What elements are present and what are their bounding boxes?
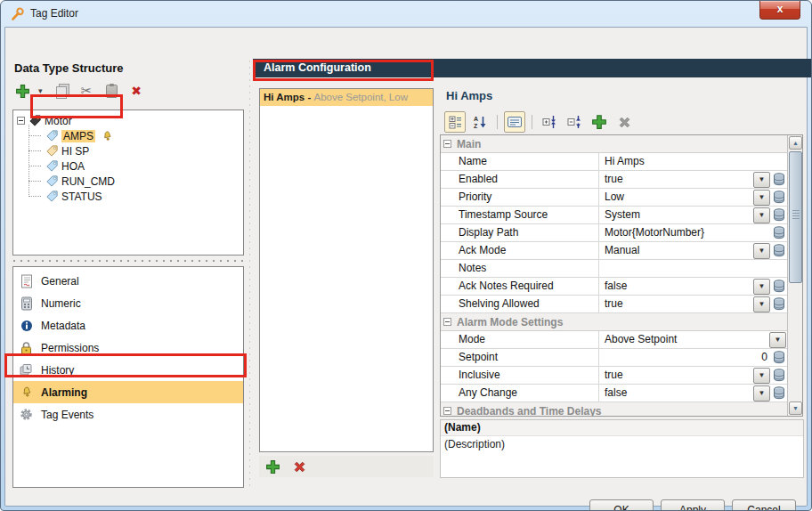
vertical-splitter[interactable] [247, 59, 252, 488]
delete-alarm-button[interactable] [289, 457, 309, 476]
tag-blue-icon [45, 174, 59, 188]
binding-icon[interactable] [771, 243, 787, 259]
cancel-button[interactable]: Cancel [732, 499, 796, 511]
binding-icon[interactable] [771, 368, 787, 384]
sidebar-item-general[interactable]: General [13, 270, 243, 292]
property-row-priority[interactable]: Priority Low ▼ [441, 189, 787, 207]
paste-button[interactable] [102, 81, 121, 101]
document-icon [19, 273, 34, 288]
alarm-list-item[interactable]: Hi Amps - Above Setpoint, Low [260, 89, 433, 106]
add-tag-button[interactable] [12, 81, 32, 101]
tree-item-hi-sp[interactable]: HI SP [17, 143, 243, 158]
sidebar-item-metadata[interactable]: Metadata [13, 314, 243, 337]
dropdown-button[interactable]: ▼ [753, 207, 770, 223]
sidebar-item-history[interactable]: History [13, 359, 243, 381]
sidebar-item-label: Tag Events [41, 409, 93, 421]
dropdown-button[interactable]: ▼ [769, 332, 786, 348]
clipboard-icon [106, 85, 118, 98]
collapse-all-button[interactable] [564, 111, 585, 133]
dropdown-button[interactable]: ▼ [753, 296, 770, 312]
binding-icon[interactable] [771, 385, 787, 402]
add-tag-dropdown[interactable]: ▾ [37, 81, 46, 101]
binding-icon[interactable] [771, 172, 787, 188]
binding-icon[interactable] [771, 279, 787, 295]
scrollbar-thumb[interactable] [789, 151, 802, 283]
property-description-text: (Description) [441, 436, 803, 450]
property-row-any-change[interactable]: Any Change false ▼ [441, 385, 787, 402]
categorized-view-button[interactable] [444, 111, 466, 133]
horizontal-splitter[interactable] [12, 257, 244, 264]
remove-property-button[interactable] [613, 111, 635, 133]
sidebar-item-tag-events[interactable]: Tag Events [13, 403, 243, 426]
property-section-main[interactable]: Main [441, 135, 787, 153]
sidebar-item-alarming[interactable]: Alarming [13, 381, 243, 403]
tag-dark-icon [28, 114, 42, 127]
binding-icon[interactable] [771, 225, 787, 241]
property-row-display-path[interactable]: Display Path Motor{MotorNumber} [441, 224, 787, 242]
tree-item-run-cmd[interactable]: RUN_CMD [17, 174, 243, 189]
property-row-inclusive[interactable]: Inclusive true ▼ [441, 367, 787, 385]
add-property-button[interactable] [589, 111, 610, 133]
ok-button[interactable]: OK [589, 499, 654, 511]
dropdown-button[interactable]: ▼ [753, 385, 770, 402]
property-table-scrollbar[interactable]: ▲ ▼ [787, 135, 802, 416]
sort-az-button[interactable]: AZ [469, 111, 491, 133]
collapse-expander-icon[interactable] [443, 318, 451, 326]
property-row-name[interactable]: Name Hi Amps [441, 153, 787, 171]
tree-item-motor[interactable]: Motor [17, 113, 243, 128]
scroll-down-button[interactable]: ▼ [789, 402, 802, 415]
copy-button[interactable] [52, 81, 71, 101]
collapse-expander-icon[interactable] [443, 140, 451, 148]
red-x-icon: ✖ [131, 84, 142, 98]
tree-item-label: HI SP [61, 145, 89, 158]
tree-item-hoa[interactable]: HOA [17, 158, 243, 174]
plus-icon [15, 84, 30, 99]
property-toolbar: AZ [444, 110, 635, 134]
add-alarm-button[interactable] [263, 457, 282, 476]
property-row-ack-mode[interactable]: Ack Mode Manual ▼ [441, 242, 787, 260]
dropdown-button[interactable]: ▼ [753, 279, 770, 295]
property-row-setpoint[interactable]: Setpoint 0 [441, 349, 787, 367]
sidebar-item-permissions[interactable]: Permissions [13, 337, 243, 359]
dropdown-button[interactable]: ▼ [753, 368, 770, 384]
show-description-button[interactable] [504, 111, 525, 133]
binding-icon[interactable] [771, 190, 787, 206]
gear-icon [19, 407, 34, 422]
expand-all-button[interactable] [539, 111, 560, 133]
plus-icon [265, 459, 280, 474]
property-row-shelving-allowed[interactable]: Shelving Allowed true ▼ [441, 296, 787, 313]
binding-icon[interactable] [771, 207, 787, 223]
binding-icon[interactable] [771, 296, 787, 312]
toolbar-separator [497, 115, 498, 129]
alarm-list: Hi Amps - Above Setpoint, Low [259, 88, 434, 452]
sidebar-item-label: Alarming [41, 386, 87, 399]
property-row-notes[interactable]: Notes [441, 260, 787, 278]
sidebar-item-numeric[interactable]: Numeric [13, 292, 243, 314]
property-row-ack-notes-required[interactable]: Ack Notes Required false ▼ [441, 278, 787, 296]
dropdown-button[interactable]: ▼ [753, 243, 770, 259]
property-section-alarm-mode-settings[interactable]: Alarm Mode Settings [441, 313, 787, 331]
close-button[interactable]: x [759, 1, 800, 20]
tree-item-amps[interactable]: AMPS [17, 128, 243, 143]
property-description-name: (Name) [441, 420, 803, 436]
dropdown-button[interactable]: ▼ [753, 190, 770, 206]
collapse-expander-icon[interactable] [443, 407, 451, 415]
property-row-enabled[interactable]: Enabled true ▼ [441, 171, 787, 189]
sidebar-item-label: Permissions [41, 342, 99, 354]
property-row-mode[interactable]: Mode Above Setpoint ▼ [441, 331, 787, 349]
binding-icon[interactable] [771, 350, 787, 366]
alarm-separator: - [304, 92, 313, 102]
tree-item-label: HOA [61, 160, 85, 173]
apply-button[interactable]: Apply [661, 499, 725, 511]
data-type-structure-heading: Data Type Structure [14, 61, 124, 75]
scroll-up-button[interactable]: ▲ [789, 136, 802, 150]
property-section-deadbands[interactable]: Deadbands and Time Delays [441, 402, 787, 417]
tree-item-status[interactable]: STATUS [17, 189, 243, 204]
sort-az-icon: AZ [473, 115, 487, 129]
tag-blue-icon [45, 190, 59, 203]
dropdown-button[interactable]: ▼ [753, 172, 770, 188]
delete-tag-button[interactable]: ✖ [126, 81, 146, 101]
property-row-timestamp-source[interactable]: Timestamp Source System ▼ [441, 207, 787, 224]
collapse-expander-icon[interactable] [17, 117, 25, 125]
cut-button[interactable]: ✂ [77, 81, 96, 101]
